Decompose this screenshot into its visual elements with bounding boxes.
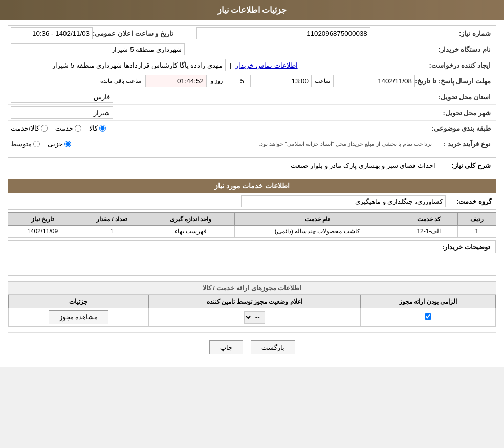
services-header: اطلاعات خدمات مورد نیاز: [8, 179, 496, 193]
remaining-input: [145, 75, 207, 87]
purchase-desc: پرداخت تمام یا بخشی از مبلغ خریداز محل "…: [71, 141, 432, 147]
days-input: [227, 75, 247, 87]
creator-input[interactable]: [11, 59, 226, 71]
creator-link[interactable]: اطلاعات تماس خریدار: [235, 61, 297, 69]
city-label: شهر محل تحویل:: [432, 109, 493, 117]
list-item: -- مشاهده مجوز: [9, 308, 496, 327]
purchase-type-label: نوع فرآیند خرید :: [432, 140, 493, 148]
info-row-creator: ایجاد کننده درخواست: اطلاعات تماس خریدار…: [8, 57, 496, 73]
description-label: شرح کلی نیاز:: [440, 158, 496, 174]
cell-row: 1: [457, 226, 496, 238]
group-input[interactable]: [241, 195, 446, 207]
back-button[interactable]: بازگشت: [251, 340, 295, 354]
buyer-notes-label: توضیحات خریدار:: [437, 241, 496, 253]
category-radio-group: کالا/خدمت خدمت کالا: [11, 124, 106, 132]
province-input[interactable]: [11, 91, 113, 103]
countdown-group: ساعت باقی مانده روز و: [100, 75, 247, 87]
licenses-section: اطلاعات مجوزهای ارائه خدمت / کالا الزامی…: [8, 281, 496, 327]
category-kala[interactable]: کالا: [89, 124, 106, 132]
licenses-title: اطلاعات مجوزهای ارائه خدمت / کالا: [8, 282, 496, 295]
description-box-wrapper: شرح کلی نیاز: احداث فضای سبز و بهسازی پا…: [8, 157, 496, 174]
col-date: تاریخ نیاز: [8, 213, 77, 226]
lic-details-cell: مشاهده مجوز: [9, 308, 149, 327]
status-select[interactable]: --: [244, 311, 265, 324]
purchase-type-value-box: پرداخت تمام یا بخشی از مبلغ خریداز محل "…: [11, 140, 432, 148]
buyer-org-label: نام دستگاه خریدار:: [432, 46, 493, 53]
view-license-button[interactable]: مشاهده مجوز: [49, 310, 109, 324]
radio-kala[interactable]: [99, 125, 106, 132]
title-text: جزئیات اطلاعات نیاز: [217, 6, 287, 14]
info-row-purchase-type: نوع فرآیند خرید : پرداخت تمام یا بخشی از…: [8, 136, 496, 152]
buyer-notes-textarea[interactable]: [11, 243, 434, 271]
lic-col-required: الزامی بودن ارائه مجوز: [360, 295, 495, 308]
category-label: طبقه بندی موضوعی:: [431, 124, 493, 132]
radio-motavasset[interactable]: [33, 141, 40, 147]
description-area: شرح کلی نیاز: احداث فضای سبز و بهسازی پا…: [8, 157, 496, 174]
radio-khadamat[interactable]: [75, 125, 81, 132]
cell-unit: فهرست بهاء: [146, 226, 235, 238]
purchase-radio-group: متوسط جزیی: [11, 140, 71, 148]
cell-code: الف-1-12: [400, 226, 457, 238]
buyer-notes: توضیحات خریدار:: [8, 240, 496, 276]
days-label: روز و: [211, 78, 223, 84]
bottom-buttons: بازگشت چاپ: [8, 332, 496, 362]
page-wrapper: جزئیات اطلاعات نیاز شماره نیاز: تاریخ و …: [0, 0, 504, 367]
purchase-motavasset[interactable]: متوسط: [11, 140, 40, 148]
purchase-jozei[interactable]: جزیی: [48, 140, 71, 148]
time-input[interactable]: [250, 75, 312, 87]
cell-name: کاشت محصولات چندساله (دائمی): [235, 226, 400, 238]
lic-col-details: جزئیات: [9, 295, 149, 308]
services-section: اطلاعات خدمات مورد نیاز گروه خدمت: ردیف …: [8, 179, 496, 276]
category-value-box: کالا/خدمت خدمت کالا: [11, 124, 431, 132]
time-label: ساعت: [315, 78, 330, 84]
need-number-input[interactable]: [196, 27, 370, 39]
need-number-value-box: [196, 27, 432, 39]
info-row-city: شهر محل تحویل:: [8, 105, 496, 121]
radio-jozei[interactable]: [64, 141, 71, 147]
description-value: احداث فضای سبز و بهسازی پارک مادر و بلوا…: [8, 158, 440, 174]
col-row: ردیف: [457, 213, 496, 226]
cell-count: 1: [77, 226, 146, 238]
col-code: کد خدمت: [400, 213, 457, 226]
info-row-province: استان محل تحویل:: [8, 89, 496, 105]
buyer-org-input[interactable]: [11, 43, 185, 55]
cell-date: 1402/11/09: [8, 226, 77, 238]
province-label: استان محل تحویل:: [432, 93, 493, 101]
services-table: ردیف کد خدمت نام خدمت واحد اندازه گیری ت…: [8, 212, 496, 238]
creator-label: ایجاد کننده درخواست:: [429, 61, 493, 69]
category-kala-khadamat[interactable]: کالا/خدمت: [11, 124, 48, 132]
table-row: 1 الف-1-12 کاشت محصولات چندساله (دائمی) …: [8, 226, 496, 238]
city-value-box: [11, 106, 432, 119]
page-title: جزئیات اطلاعات نیاز: [0, 0, 504, 20]
lic-status-cell: --: [148, 308, 360, 327]
deadline-label: مهلت ارسال پاسخ: تا تاریخ:: [415, 77, 493, 85]
city-input[interactable]: [11, 106, 113, 119]
info-section: شماره نیاز: تاریخ و ساعت اعلان عمومی: نا…: [8, 25, 496, 152]
info-row-buyer-org: نام دستگاه خریدار:: [8, 41, 496, 57]
remaining-label: ساعت باقی مانده: [100, 78, 141, 84]
announcement-input[interactable]: [11, 27, 93, 39]
info-row-top: شماره نیاز: تاریخ و ساعت اعلان عمومی:: [8, 26, 496, 41]
content-area: شماره نیاز: تاریخ و ساعت اعلان عمومی: نا…: [0, 20, 504, 367]
info-row-category: طبقه بندی موضوعی: کالا/خدمت خدمت: [8, 121, 496, 136]
group-label: گروه خدمت:: [446, 198, 492, 205]
required-checkbox[interactable]: [425, 313, 431, 320]
radio-kala-khadamat[interactable]: [41, 125, 48, 132]
col-count: تعداد / مقدار: [77, 213, 146, 226]
creator-value-box: اطلاعات تماس خریدار |: [11, 59, 429, 71]
need-number-label: شماره نیاز:: [432, 30, 493, 37]
col-name: نام خدمت: [235, 213, 400, 226]
info-row-deadline: مهلت ارسال پاسخ: تا تاریخ: ساعت باقی مان…: [8, 73, 496, 89]
province-value-box: [11, 91, 432, 103]
lic-col-status: اعلام وضعیت مجوز توسط تامین کننده: [148, 295, 360, 308]
print-button[interactable]: چاپ: [209, 340, 243, 354]
announcement-label: تاریخ و ساعت اعلان عمومی:: [93, 30, 176, 37]
licenses-table: الزامی بودن ارائه مجوز اعلام وضعیت مجوز …: [8, 295, 496, 327]
buyer-org-value-box: [11, 43, 432, 55]
deadline-value-box: ساعت باقی مانده روز و ساعت: [11, 75, 415, 87]
col-unit: واحد اندازه گیری: [146, 213, 235, 226]
deadline-date-input[interactable]: [333, 75, 415, 87]
category-khadamat[interactable]: خدمت: [55, 124, 81, 132]
group-row: گروه خدمت:: [8, 193, 496, 210]
lic-required-cell: [360, 308, 495, 327]
